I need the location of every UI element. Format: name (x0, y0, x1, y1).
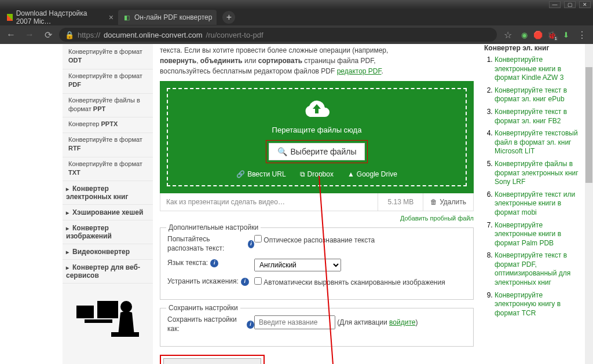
right-link[interactable]: Конвертируйте текст в формат эл. книг eP… (495, 86, 567, 104)
ext-badge: 1 (554, 36, 558, 41)
url-input[interactable]: 🔒 https://document.online-convert.com/ru… (59, 28, 497, 42)
url-path: /ru/convert-to-pdf (206, 31, 263, 39)
sidebar-category[interactable]: Конвертер для веб-сервисов (63, 260, 153, 284)
ebook-converter-link: Конвертируйте текст или электронные книг… (495, 190, 580, 218)
scrollbar-thumb[interactable] (585, 67, 592, 183)
right-link[interactable]: Конвертируйте текст в формат PDF, оптими… (495, 251, 570, 286)
ebook-converter-link: Конвертируйте электронные книги в формат… (495, 56, 580, 83)
info-icon[interactable]: i (241, 278, 249, 286)
tab-bar: Download Надстройка 2007 Mic… × ◧ Он-лай… (0, 9, 593, 25)
gdrive-icon: ▲ (347, 170, 354, 178)
right-link[interactable]: Конвертируйте электронные книги в формат… (495, 56, 563, 82)
info-icon[interactable]: i (210, 259, 218, 267)
nav-forward-button[interactable]: → (22, 27, 37, 42)
dropzone-label: Перетащите файлы сюда (168, 126, 466, 134)
url-host: document.online-convert.com (104, 31, 203, 39)
ebook-converter-link: Конвертируйте файлы в формат электронных… (495, 160, 580, 187)
start-convert-button[interactable]: Начать конвертирование (163, 358, 261, 364)
right-link[interactable]: Конвертируйте файлы в формат электронных… (495, 160, 579, 186)
sidebar-category[interactable]: Конвертер электронных книг (63, 181, 153, 205)
settings-legend: Дополнительные настройки (166, 223, 261, 231)
lock-icon: 🔒 (65, 31, 74, 39)
right-heading: Конвертер эл. книг (484, 44, 580, 52)
language-select[interactable]: Английский (254, 259, 341, 271)
window-close[interactable]: ✕ (579, 1, 591, 8)
sidebar-category[interactable]: Хэширование хешей (63, 205, 153, 220)
browser-tab-pdf-converter[interactable]: ◧ Он-лайн PDF конвертер (118, 10, 217, 25)
uploaded-file-row: Как из презентации сделать видео… 5.13 M… (160, 193, 474, 211)
file-size: 5.13 MB (378, 193, 423, 211)
sidebar-item[interactable]: Конвертируйте в формат RTF (63, 133, 153, 157)
search-icon: 🔍 (277, 147, 287, 156)
dropbox-link[interactable]: ⧉Dropbox (300, 170, 334, 178)
extension-icon-2[interactable]: 🐞1 (547, 30, 557, 40)
ebook-converter-link: Конвертируйте текст в формат PDF, оптими… (495, 251, 580, 287)
sidebar: Конвертируйте в формат ODTКонвертируйте … (63, 44, 153, 364)
editor-link[interactable]: редактор PDF (337, 67, 382, 75)
svg-rect-4 (111, 332, 139, 337)
sidebar-item[interactable]: Конвертируйте в формат PDF (63, 69, 153, 94)
save-legend: Сохранить настройки (166, 304, 240, 312)
right-link[interactable]: Конвертируйте электронную книгу в формат… (495, 291, 561, 317)
tab-title: Он-лайн PDF конвертер (134, 13, 212, 21)
settings-fieldset: Дополнительные настройки Попытайтесь рас… (160, 227, 474, 300)
sidebar-category[interactable]: Видеоконвертер (63, 244, 153, 260)
menu-button[interactable]: ⋮ (574, 27, 590, 42)
ocr-checkbox[interactable] (254, 235, 262, 242)
sidebar-item[interactable]: Конвертер PPTX (63, 117, 153, 133)
upload-dropzone[interactable]: Перетащите файлы сюда 🔍 Выберите файлы 🔗… (160, 81, 474, 193)
file-name: Как из презентации сделать видео… (160, 193, 378, 211)
ms-logo-icon (7, 14, 13, 21)
info-icon[interactable]: i (248, 240, 254, 248)
main-content: текста. Если вы хотите провести более сл… (153, 44, 481, 364)
url-scheme: https:// (78, 31, 100, 39)
nav-back-button[interactable]: ← (3, 27, 19, 42)
window-maximize[interactable]: ▢ (564, 1, 576, 8)
page-scrollbar[interactable] (585, 44, 593, 364)
right-sidebar: Конвертер эл. книг Конвертируйте электро… (481, 44, 584, 364)
tab-close-icon[interactable]: × (109, 13, 114, 22)
right-link[interactable]: Конвертируйте электронные книги в формат… (495, 221, 561, 247)
right-link[interactable]: Конвертируйте текст в формат эл. книг FB… (495, 108, 567, 125)
save-settings-fieldset: Сохранить настройки Сохранить настройки … (160, 308, 474, 347)
login-link[interactable]: войдите (389, 318, 415, 326)
bookmark-star-icon[interactable]: ☆ (500, 27, 515, 42)
nav-reload-button[interactable]: ⟳ (41, 27, 56, 42)
sidebar-category[interactable]: Конвертер изображений (63, 220, 153, 244)
sidebar-item[interactable]: Конвертируйте файлы в формат PPT (63, 94, 153, 118)
browser-tab-download[interactable]: Download Надстройка 2007 Mic… × (2, 10, 118, 25)
address-bar: ← → ⟳ 🔒 https://document.online-convert.… (0, 25, 593, 44)
svg-rect-0 (76, 306, 94, 318)
cloud-upload-icon (303, 98, 331, 121)
select-files-button[interactable]: 🔍 Выберите файлы (269, 143, 365, 160)
ebook-converter-link: Конвертируйте текстовый файл в формат эл… (495, 129, 580, 156)
ebook-converter-link: Конвертируйте электронную книгу в формат… (495, 291, 580, 318)
window-minimize[interactable]: — (549, 1, 561, 8)
adblock-icon[interactable]: 🛑 (533, 30, 543, 40)
deskew-checkbox[interactable] (254, 277, 262, 285)
delete-file-button[interactable]: 🗑Удалить (423, 193, 473, 211)
sidebar-item[interactable]: Конвертируйте в формат TXT (63, 157, 153, 182)
extension-icon[interactable]: ◉ (519, 30, 529, 40)
svg-rect-2 (85, 319, 112, 323)
ebook-converter-link: Конвертируйте текст в формат эл. книг FB… (495, 108, 580, 126)
tab-title: Download Надстройка 2007 Mic… (16, 9, 103, 25)
right-link[interactable]: Конвертируйте текст или электронные книг… (495, 190, 575, 216)
enter-url-link[interactable]: 🔗Ввести URL (236, 170, 285, 178)
ebook-converter-link: Конвертируйте текст в формат эл. книг eP… (495, 86, 580, 104)
trash-icon: 🗑 (430, 198, 437, 206)
decorative-silhouette (63, 292, 153, 345)
sidebar-item[interactable]: Конвертируйте в формат ODT (63, 45, 153, 69)
new-tab-button[interactable]: + (222, 11, 235, 24)
download-icon[interactable]: ⬇ (561, 30, 571, 40)
settings-name-input[interactable] (254, 315, 335, 329)
info-icon[interactable]: i (247, 321, 254, 329)
gdrive-link[interactable]: ▲Google Drive (347, 170, 397, 178)
dropbox-icon: ⧉ (300, 170, 305, 178)
add-trial-link[interactable]: Добавить пробный файл (160, 215, 474, 222)
link-icon: 🔗 (236, 170, 245, 178)
svg-rect-1 (97, 301, 118, 318)
svg-point-3 (120, 301, 132, 312)
right-link[interactable]: Конвертируйте текстовый файл в формат эл… (495, 129, 578, 155)
intro-text: текста. Если вы хотите провести более сл… (160, 44, 474, 81)
